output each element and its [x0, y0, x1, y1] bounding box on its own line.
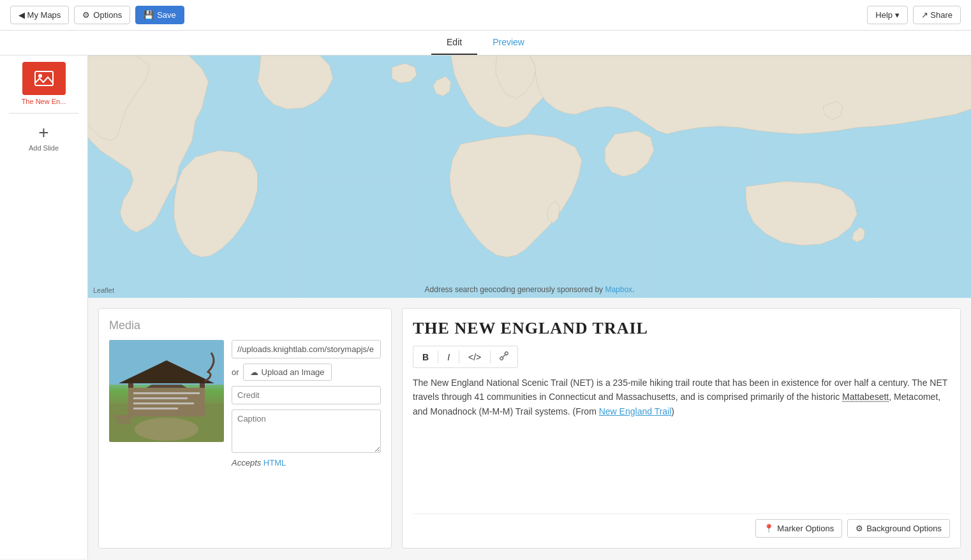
upload-row: or ☁ Upload an Image [232, 364, 381, 381]
sidebar: The New En... + Add Slide [0, 55, 88, 559]
upload-image-button[interactable]: ☁ Upload an Image [243, 364, 332, 381]
svg-rect-22 [133, 408, 178, 409]
html-link[interactable]: HTML [263, 458, 286, 468]
italic-button[interactable]: I [441, 350, 456, 365]
slide-label: The New En... [22, 98, 66, 105]
background-options-label: Background Options [866, 524, 942, 533]
upload-icon: ☁ [250, 367, 258, 377]
upload-label: Upload an Image [262, 367, 325, 377]
save-button[interactable]: 💾 Save [135, 6, 184, 24]
background-options-button[interactable]: ⚙ Background Options [847, 519, 950, 538]
toolbar-divider-2 [459, 351, 459, 364]
topbar-left: ◀ My Maps ⚙ Options 💾 Save [10, 6, 184, 24]
svg-rect-0 [35, 71, 53, 85]
or-text: or [232, 367, 239, 377]
settings-icon: ⚙ [856, 524, 863, 533]
bold-button[interactable]: B [416, 350, 435, 365]
accepts-html-text: Accepts HTML [232, 458, 381, 468]
story-body: The New England National Scenic Trail (N… [413, 376, 950, 506]
save-label: Save [157, 10, 176, 20]
story-section: THE NEW ENGLAND TRAIL B I </> [402, 308, 961, 549]
story-title: THE NEW ENGLAND TRAIL [413, 319, 950, 338]
caption-textarea[interactable] [232, 409, 381, 453]
bottom-panel: Media [88, 298, 971, 559]
svg-rect-21 [133, 402, 194, 404]
svg-rect-19 [133, 392, 200, 394]
mapbox-link[interactable]: Mapbox [605, 285, 632, 294]
marker-icon: 📍 [764, 524, 774, 533]
media-thumbnail [109, 340, 224, 442]
slide-icon [22, 62, 66, 95]
plus-icon: + [38, 122, 48, 143]
add-slide-label: Add Slide [29, 144, 59, 152]
marker-options-button[interactable]: 📍 Marker Options [755, 519, 842, 538]
media-fields: or ☁ Upload an Image Accepts HTML [232, 340, 381, 468]
code-button[interactable]: </> [462, 350, 487, 365]
story-footer: 📍 Marker Options ⚙ Background Options [413, 513, 950, 538]
add-slide-button[interactable]: + Add Slide [29, 121, 59, 152]
my-maps-button[interactable]: ◀ My Maps [10, 6, 69, 24]
story-toolbar: B I </> [413, 346, 518, 368]
topbar-right: Help ▾ ↗ Share [867, 6, 961, 24]
share-button[interactable]: ↗ Share [913, 6, 961, 24]
slide-thumbnail[interactable]: The New En... [15, 62, 73, 105]
link-icon [500, 351, 508, 360]
map-geocoding: Address search geocoding generously spon… [425, 285, 635, 294]
toolbar-divider-1 [438, 351, 438, 364]
sidebar-divider [9, 113, 79, 114]
svg-point-1 [38, 74, 42, 78]
map-container[interactable]: Leaflet Address search geocoding generou… [88, 55, 971, 298]
options-label: Options [93, 10, 122, 20]
svg-rect-18 [128, 388, 205, 416]
tab-edit[interactable]: Edit [431, 31, 477, 55]
media-content: or ☁ Upload an Image Accepts HTML [109, 340, 381, 468]
content-area: Leaflet Address search geocoding generou… [88, 55, 971, 559]
options-button[interactable]: ⚙ Options [74, 6, 130, 24]
credit-input[interactable] [232, 386, 381, 404]
toolbar-divider-3 [490, 351, 491, 364]
tab-preview[interactable]: Preview [477, 31, 540, 55]
main-layout: The New En... + Add Slide [0, 55, 971, 559]
svg-point-15 [135, 418, 198, 441]
media-title: Media [109, 319, 381, 332]
new-england-trail-link[interactable]: New England Trail [599, 406, 672, 416]
svg-rect-23 [114, 415, 133, 418]
save-icon: 💾 [144, 10, 154, 20]
mattabesett-text: Mattabesett [842, 392, 889, 402]
marker-options-label: Marker Options [777, 524, 834, 533]
link-button[interactable] [493, 349, 515, 365]
svg-rect-20 [133, 397, 188, 399]
tabs-row: Edit Preview [0, 31, 971, 55]
topbar: ◀ My Maps ⚙ Options 💾 Save Help ▾ ↗ Shar… [0, 0, 971, 31]
url-input[interactable] [232, 340, 381, 358]
svg-line-25 [503, 355, 505, 357]
media-section: Media [98, 308, 392, 549]
gear-icon: ⚙ [82, 10, 90, 20]
svg-rect-24 [117, 418, 131, 424]
map-attribution: Leaflet [93, 286, 114, 294]
help-button[interactable]: Help ▾ [867, 6, 907, 24]
